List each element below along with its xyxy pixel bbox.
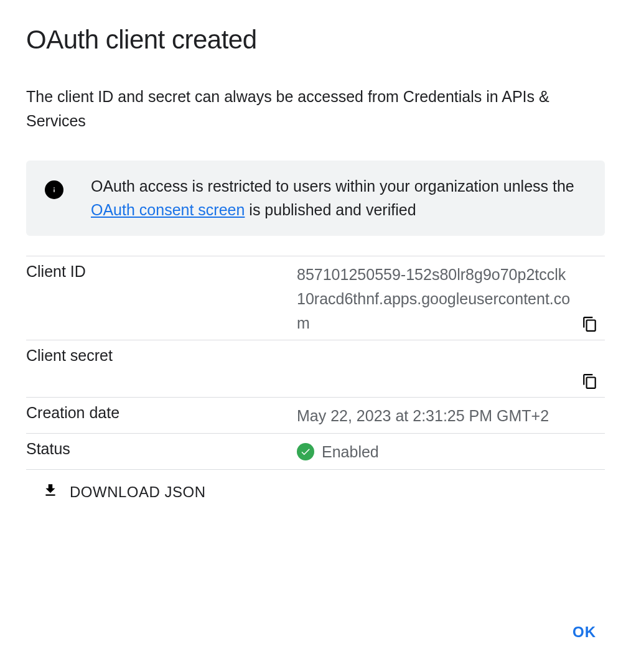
creation-date-label: Creation date — [26, 404, 297, 422]
dialog-subtitle: The client ID and secret can always be a… — [26, 85, 605, 133]
ok-button[interactable]: OK — [565, 618, 604, 646]
info-text-before: OAuth access is restricted to users with… — [91, 177, 574, 195]
status-label: Status — [26, 440, 297, 458]
status-row: Status Enabled — [26, 433, 605, 470]
info-text-after: is published and verified — [245, 201, 416, 218]
download-icon — [42, 482, 58, 502]
copy-client-id-button[interactable] — [580, 315, 600, 335]
dialog-title: OAuth client created — [26, 25, 605, 55]
copy-icon — [582, 316, 598, 334]
details-table: Client ID 857101250559-152s80lr8g9o70p2t… — [26, 256, 605, 502]
client-id-row: Client ID 857101250559-152s80lr8g9o70p2t… — [26, 256, 605, 340]
download-label: DOWNLOAD JSON — [70, 483, 206, 501]
client-id-value: 857101250559-152s80lr8g9o70p2tcclk10racd… — [297, 263, 605, 335]
info-text: OAuth access is restricted to users with… — [91, 174, 586, 223]
status-value: Enabled — [322, 440, 379, 464]
info-banner: OAuth access is restricted to users with… — [26, 161, 605, 236]
client-secret-label: Client secret — [26, 347, 297, 365]
check-circle-icon — [297, 443, 314, 460]
copy-client-secret-button[interactable] — [580, 372, 600, 392]
oauth-consent-link[interactable]: OAuth consent screen — [91, 201, 245, 218]
creation-date-value: May 22, 2023 at 2:31:25 PM GMT+2 — [297, 404, 605, 428]
download-json-button[interactable]: DOWNLOAD JSON — [26, 470, 605, 502]
client-secret-row: Client secret — [26, 340, 605, 397]
client-id-label: Client ID — [26, 263, 297, 281]
copy-icon — [582, 373, 598, 391]
creation-date-row: Creation date May 22, 2023 at 2:31:25 PM… — [26, 397, 605, 433]
info-icon — [45, 180, 63, 199]
